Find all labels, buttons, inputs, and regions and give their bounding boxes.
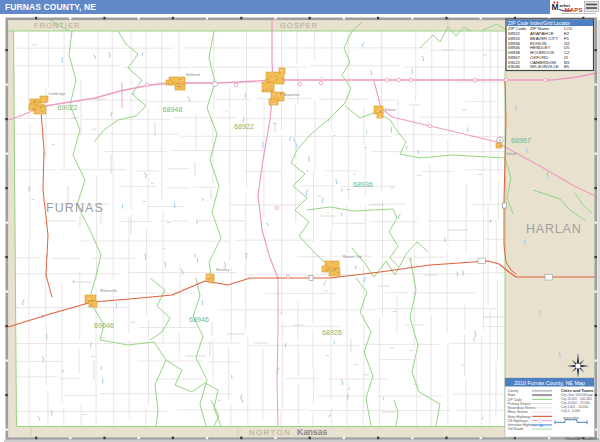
svg-text:GOSPER: GOSPER (280, 21, 318, 30)
svg-text:FRONTIER: FRONTIER (34, 21, 80, 30)
svg-text:68948: 68948 (163, 105, 183, 114)
svg-text:Kansas: Kansas (297, 427, 328, 437)
svg-text:NORTON: NORTON (249, 428, 291, 437)
svg-text:Arapahoe: Arapahoe (284, 93, 300, 97)
svg-text:68936: 68936 (353, 180, 373, 189)
svg-text:ZIP Code Index/Grid Locator: ZIP Code Index/Grid Locator (508, 21, 571, 26)
svg-text:Hendley: Hendley (216, 268, 229, 272)
svg-text:68946: 68946 (189, 315, 209, 324)
svg-text:Edison: Edison (385, 108, 396, 112)
svg-text:FURNAS: FURNAS (46, 201, 104, 215)
svg-text:B5: B5 (564, 64, 570, 69)
svg-text:69022: 69022 (58, 103, 78, 112)
svg-text:WILSONVILLE: WILSONVILLE (530, 64, 559, 69)
svg-text:approx miles: approx miles (563, 416, 579, 420)
svg-text:68967: 68967 (511, 136, 531, 145)
svg-text:69046: 69046 (94, 321, 114, 330)
svg-text:© MarketMAPS DataMetrics: © MarketMAPS DataMetrics (564, 437, 600, 441)
svg-text:HARLAN: HARLAN (526, 222, 582, 236)
svg-text:City 0 - 5,000: City 0 - 5,000 (561, 409, 580, 413)
svg-text:6: 6 (499, 139, 501, 143)
svg-text:Wilsonville: Wilsonville (100, 289, 117, 293)
svg-text:2010 Furnas County, NE Map: 2010 Furnas County, NE Map (514, 380, 585, 386)
svg-text:M: M (552, 2, 559, 12)
svg-text:Cambridge: Cambridge (48, 92, 66, 96)
svg-text:Cities and Towns: Cities and Towns (561, 388, 594, 393)
svg-text:68926: 68926 (322, 328, 342, 337)
svg-text:68922: 68922 (234, 122, 254, 131)
svg-text:Oxford: Oxford (505, 152, 516, 156)
svg-text:69046: 69046 (508, 64, 521, 69)
svg-text:Beaver City: Beaver City (343, 255, 362, 259)
svg-text:Toll Roads: Toll Roads (508, 427, 524, 431)
svg-text:America's Leading Source of Bu: America's Leading Source of Business Map… (560, 12, 596, 14)
svg-text:Holbrook: Holbrook (186, 73, 201, 77)
